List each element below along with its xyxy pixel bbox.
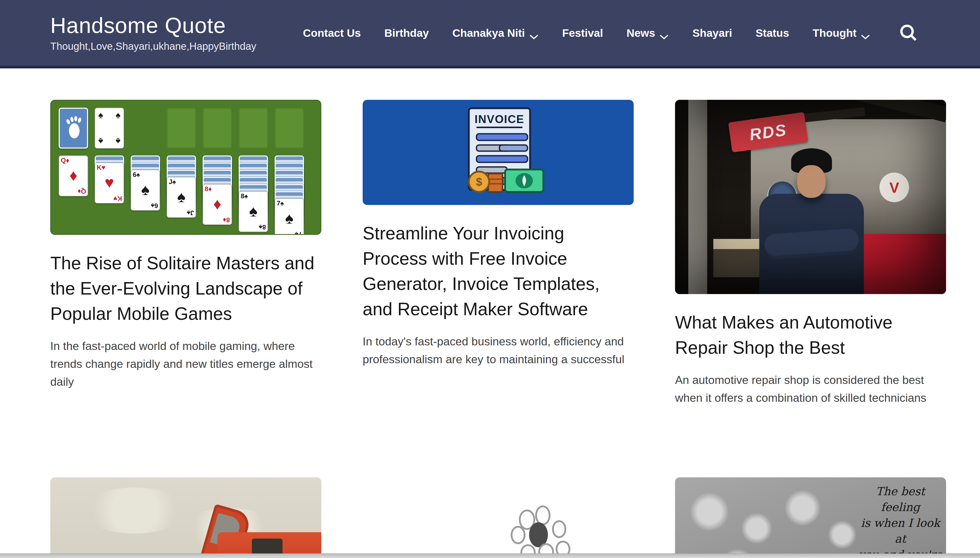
solitaire-stock-card-back[interactable] (59, 108, 88, 149)
card-suit-glyph: ♦ (203, 195, 232, 213)
nav-item-birthday[interactable]: Birthday (384, 27, 429, 39)
card-suit-glyph: ♠ (167, 188, 196, 206)
chevron-down-icon (659, 30, 669, 36)
nav-item-festival[interactable]: Festival (562, 27, 603, 39)
vignette-overlay (675, 100, 946, 294)
article-card-invoice: INVOICE $ Stre (363, 100, 634, 407)
article-title[interactable]: Streamline Your Invoicing Process with F… (363, 221, 634, 322)
article-thumbnail-solitaire-board[interactable]: ♠ ♠ ♠ ♠ Q♦ ♦ Q♦ K♥ (50, 100, 321, 235)
bokeh-light (828, 521, 856, 549)
card-corner-label: K♥ (97, 164, 105, 171)
tableau-card[interactable]: K♥ ♥ K♥ (95, 162, 124, 204)
nav-label: News (626, 27, 655, 39)
site-tagline: Thought,Love,Shayari,ukhane,HappyBirthda… (50, 41, 293, 52)
tableau-card[interactable]: 7♠ ♠ 7♠ (275, 199, 304, 235)
tableau-card[interactable]: 8♠ ♠ 8♠ (239, 191, 268, 232)
card-corner-label: 7♠ (295, 231, 302, 235)
site-title-link[interactable]: Handsome Quote (50, 14, 293, 37)
article-excerpt: An automotive repair shop is considered … (675, 371, 946, 407)
nav-label: Status (755, 27, 789, 39)
spade-pip: ♠ (116, 110, 120, 120)
gnome-foot-icon (59, 108, 88, 149)
bokeh-light (741, 513, 772, 544)
tableau-card[interactable]: J♠ ♠ J♠ (167, 177, 196, 218)
card-corner-label: Q♦ (61, 157, 69, 164)
spade-pip: ♠ (98, 110, 103, 120)
card-suit-glyph: ♠ (131, 181, 160, 199)
article-excerpt: In the fast-paced world of mobile gaming… (50, 337, 321, 391)
invoice-illustration: INVOICE $ (438, 105, 558, 200)
foundation-slot[interactable] (239, 108, 268, 149)
card-corner-label: J♠ (187, 210, 194, 216)
photo-quote-text: The best feeling is when I look at you a… (858, 484, 942, 558)
card-corner-label: 8♠ (259, 224, 266, 230)
article-grid: ♠ ♠ ♠ ♠ Q♦ ♦ Q♦ K♥ (0, 69, 980, 558)
article-card-sketch (363, 478, 634, 558)
nav-label: Birthday (384, 27, 429, 39)
article-thumbnail-garage-photo[interactable]: RDS V (675, 100, 946, 294)
spade-pip: ♠ (116, 136, 120, 146)
bokeh-light (785, 490, 821, 526)
cloud (81, 487, 188, 533)
article-excerpt: In today's fast-paced business world, ef… (363, 333, 634, 368)
spade-pip: ♠ (98, 136, 103, 146)
tableau-card[interactable]: Q♦ ♦ Q♦ (59, 156, 88, 196)
article-card-jeep (50, 478, 321, 558)
card-suit-glyph: ♠ (239, 202, 268, 220)
card-corner-label: 6♠ (151, 202, 158, 209)
svg-text:$: $ (476, 176, 482, 188)
tableau-card[interactable]: 8♦ ♦ 8♦ (203, 184, 232, 225)
foundation-slot[interactable] (203, 108, 232, 149)
card-corner-label: 8♠ (241, 193, 248, 199)
article-thumbnail-sketch[interactable] (363, 478, 634, 558)
card-suit-glyph: ♠ (275, 209, 304, 227)
card-corner-label: J♠ (169, 179, 176, 185)
article-card-solitaire: ♠ ♠ ♠ ♠ Q♦ ♦ Q♦ K♥ (50, 100, 321, 407)
site-header: Handsome Quote Thought,Love,Shayari,ukha… (0, 0, 980, 69)
foundation-slot[interactable] (275, 108, 304, 149)
sketch-circle (552, 520, 566, 538)
article-title[interactable]: What Makes an Automotive Repair Shop the… (675, 310, 946, 360)
tableau-card[interactable]: 6♠ ♠ 6♠ (131, 170, 160, 210)
card-corner-label: 8♦ (223, 217, 230, 223)
nav-label: Chanakya Niti (452, 27, 525, 39)
foundation-slot[interactable] (167, 108, 196, 149)
bokeh-light (690, 492, 729, 531)
card-corner-label: 7♠ (277, 200, 284, 207)
article-card-garage: RDS V What Makes an Automotive Repair Sh… (675, 100, 946, 407)
nav-item-contact-us[interactable]: Contact Us (303, 27, 361, 39)
card-corner-label: 6♠ (133, 171, 140, 178)
card-suit-glyph: ♥ (95, 173, 124, 192)
article-row-1: ♠ ♠ ♠ ♠ Q♦ ♦ Q♦ K♥ (50, 100, 980, 407)
article-thumbnail-jeep-photo[interactable] (50, 478, 321, 558)
main-nav: Contact Us Birthday Chanakya Niti Festiv… (303, 23, 919, 43)
nav-label: Festival (562, 27, 603, 39)
sketch-circle (511, 526, 526, 544)
branding: Handsome Quote Thought,Love,Shayari,ukha… (50, 14, 293, 52)
article-card-couple: The best feeling is when I look at you a… (675, 478, 946, 558)
nav-label: Contact Us (303, 27, 361, 39)
card-corner-label: Q♦ (78, 188, 86, 195)
nav-item-status[interactable]: Status (755, 27, 789, 39)
card-corner-label: K♥ (113, 195, 122, 202)
card-suit-glyph: ♦ (59, 166, 88, 184)
nav-label: Shayari (692, 27, 732, 39)
chevron-down-icon (529, 30, 539, 36)
nav-label: Thought (813, 27, 857, 39)
chevron-down-icon (860, 30, 870, 36)
nav-item-shayari[interactable]: Shayari (692, 27, 732, 39)
nav-item-news[interactable]: News (626, 27, 669, 39)
nav-item-thought[interactable]: Thought (813, 27, 870, 39)
solitaire-waste-card[interactable]: ♠ ♠ ♠ ♠ (95, 108, 124, 149)
viewport-bottom-bar (0, 553, 980, 558)
article-row-2: The best feeling is when I look at you a… (50, 478, 980, 558)
search-icon[interactable] (898, 23, 919, 43)
card-corner-label: 8♦ (205, 185, 212, 192)
article-thumbnail-invoice[interactable]: INVOICE $ (363, 100, 634, 205)
invoice-label: INVOICE (475, 113, 524, 125)
article-thumbnail-couple-photo[interactable]: The best feeling is when I look at you a… (675, 478, 946, 558)
article-title[interactable]: The Rise of Solitaire Masters and the Ev… (50, 251, 321, 327)
nav-item-chanakya-niti[interactable]: Chanakya Niti (452, 27, 539, 39)
